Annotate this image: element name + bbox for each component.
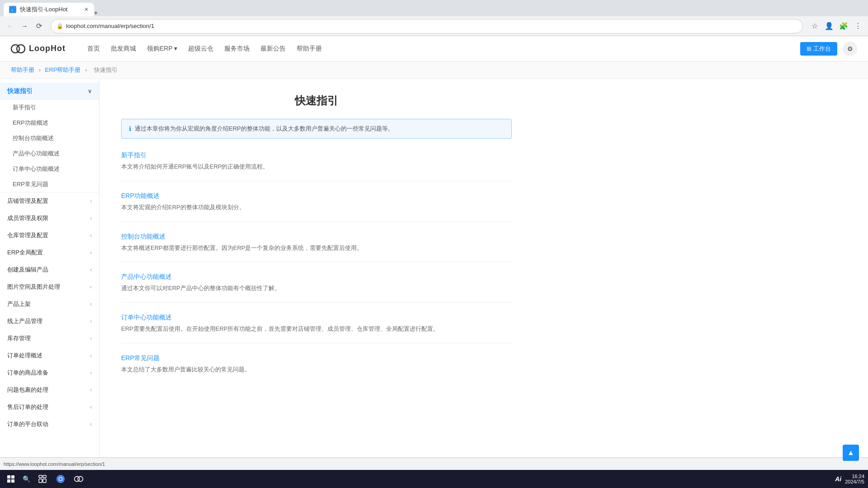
arrow-icon: ‹ [90, 370, 92, 376]
arrow-icon: ‹ [90, 284, 92, 290]
start-button[interactable] [4, 472, 18, 486]
sidebar-item-beginner[interactable]: 新手指引 [0, 100, 99, 115]
section-link-console-overview[interactable]: 控制台功能概述 [121, 233, 512, 241]
taskbar-time: 16:24 [852, 474, 864, 479]
sidebar-category-shop[interactable]: 店铺管理及配置 ‹ [0, 192, 99, 210]
taskbar-date: 2024/7/5 [845, 479, 864, 484]
workbench-button[interactable]: ⊞ 工作台 [800, 42, 837, 56]
nav-help[interactable]: 帮助手册 [297, 45, 322, 53]
forward-button[interactable]: → [18, 20, 31, 33]
arrow-icon: ‹ [90, 267, 92, 273]
extensions-button[interactable]: 🧩 [837, 20, 850, 33]
nav-announcement[interactable]: 最新公告 [260, 45, 286, 53]
section-link-beginner[interactable]: 新手指引 [121, 151, 512, 160]
taskbar-ai-label: Ai [835, 475, 841, 483]
profile-button[interactable]: 👤 [823, 20, 835, 33]
sidebar-item-console-overview[interactable]: 控制台功能概述 [0, 131, 99, 146]
sidebar-category-listing[interactable]: 产品上架 ‹ [0, 296, 99, 313]
section-link-order-overview[interactable]: 订单中心功能概述 [121, 314, 512, 322]
logo[interactable]: LoopHot [11, 44, 66, 53]
taskbar-right-area: Ai 16:24 2024/7/5 [835, 474, 864, 484]
arrow-icon: ‹ [90, 318, 92, 324]
workbench-icon: ⊞ [807, 45, 811, 52]
sidebar-category-warehouse[interactable]: 仓库管理及配置 ‹ [0, 227, 99, 244]
reload-button[interactable]: ⟳ [33, 20, 45, 33]
sidebar-quick-guide-header[interactable]: 快速指引 ∨ [0, 83, 99, 100]
svg-rect-11 [43, 479, 46, 483]
arrow-icon: ‹ [90, 335, 92, 342]
sidebar-category-after-sale[interactable]: 售后订单的处理 ‹ [0, 399, 99, 416]
sidebar-item-faq[interactable]: ERP常见问题 [0, 177, 99, 192]
sidebar-category-online-product[interactable]: 线上产品管理 ‹ [0, 313, 99, 330]
svg-point-3 [17, 45, 25, 53]
section-link-product-overview[interactable]: 产品中心功能概述 [121, 273, 512, 281]
back-to-top-button[interactable]: ▲ [843, 445, 859, 461]
page-title: 快速指引 [121, 94, 512, 108]
section-console-overview: 控制台功能概述 本文将概述ERP都需要进行那些配置。因为ERP是一个复杂的业务系… [121, 233, 512, 263]
url-text: loophot.com/manual/erp/section/1 [66, 23, 154, 29]
settings-button[interactable]: ⚙ [843, 42, 857, 56]
section-beginner: 新手指引 本文将介绍如何开通ERP账号以及ERP的正确使用流程。 [121, 151, 512, 181]
sidebar-sub-items: 新手指引 ERP功能概述 控制台功能概述 产品中心功能概述 订单中心功能概述 E… [0, 100, 99, 192]
arrow-icon: ‹ [90, 249, 92, 256]
sidebar-category-order-goods[interactable]: 订单的商品准备 ‹ [0, 364, 99, 381]
section-desc-order-overview: ERP需要先配置后使用。在开始使用ERP所有功能之前，首先需要对店铺管理、成员管… [121, 324, 512, 334]
tab-title: 快速指引-LoopHot [20, 5, 67, 14]
section-erp-overview: ERP功能概述 本文将宏观的介绍ERP的整体功能及模块划分。 [121, 192, 512, 222]
breadcrumb-help[interactable]: 帮助手册 [11, 66, 34, 73]
sidebar-category-inventory[interactable]: 库存管理 ‹ [0, 330, 99, 347]
info-icon: ℹ [129, 125, 131, 132]
section-link-faq[interactable]: ERP常见问题 [121, 354, 512, 362]
nav-erp[interactable]: 领购ERP ▾ [147, 45, 177, 53]
address-bar[interactable]: 🔒 loophot.com/manual/erp/section/1 [51, 19, 803, 33]
breadcrumb-erp-help[interactable]: ERP帮助手册 [45, 66, 81, 73]
nav-links: 首页 批发商城 领购ERP ▾ 超级云仓 服务市场 最新公告 帮助手册 [87, 45, 786, 53]
tab-close-button[interactable]: ✕ [84, 6, 89, 13]
svg-rect-5 [11, 475, 14, 479]
back-button[interactable]: ← [4, 20, 16, 33]
breadcrumb-current: 快速指引 [94, 66, 118, 73]
nav-cloud[interactable]: 超级云仓 [188, 45, 213, 53]
more-button[interactable]: ⋮ [852, 20, 864, 33]
sidebar-category-create-product[interactable]: 创建及编辑产品 ‹ [0, 261, 99, 278]
sidebar-category-image[interactable]: 图片空间及图片处理 ‹ [0, 278, 99, 296]
arrow-icon: ‹ [90, 352, 92, 359]
sidebar-category-platform-link[interactable]: 订单的平台联动 ‹ [0, 416, 99, 433]
svg-point-17 [78, 476, 83, 481]
section-faq: ERP常见问题 本文总结了大多数用户普遍比较关心的常见问题。 [121, 354, 512, 384]
sidebar-category-order-process[interactable]: 订单处理概述 ‹ [0, 347, 99, 364]
section-product-overview: 产品中心功能概述 通过本文你可以对ERP产品中心的整体功能有个概括性了解。 [121, 273, 512, 303]
section-link-erp-overview[interactable]: ERP功能概述 [121, 192, 512, 200]
sidebar-item-product-overview[interactable]: 产品中心功能概述 [0, 146, 99, 161]
taskbar-search-button[interactable]: 🔍 [20, 473, 33, 485]
section-desc-beginner: 本文将介绍如何开通ERP账号以及ERP的正确使用流程。 [121, 162, 512, 172]
svg-rect-10 [39, 479, 42, 483]
sidebar-category-erp-config[interactable]: ERP全局配置 ‹ [0, 244, 99, 261]
svg-point-15 [59, 478, 62, 480]
sidebar-item-erp-overview[interactable]: ERP功能概述 [0, 115, 99, 131]
sidebar-category-member[interactable]: 成员管理及权限 ‹ [0, 210, 99, 227]
tab-favicon: L [9, 6, 16, 13]
section-desc-product-overview: 通过本文你可以对ERP产品中心的整体功能有个概括性了解。 [121, 284, 512, 293]
sidebar-item-order-overview[interactable]: 订单中心功能概述 [0, 161, 99, 177]
nav-home[interactable]: 首页 [87, 45, 100, 53]
new-tab-button[interactable]: + [94, 9, 98, 16]
taskbar: 🔍 Ai 16:24 2024/7/5 [0, 470, 868, 488]
ssl-icon: 🔒 [57, 23, 63, 29]
bookmark-button[interactable]: ☆ [808, 20, 821, 33]
arrow-icon: ‹ [90, 404, 92, 410]
status-bar: https://www.loophot.com/manual/erp/secti… [0, 457, 868, 470]
chevron-down-icon: ∨ [88, 88, 92, 94]
section-desc-console-overview: 本文将概述ERP都需要进行那些配置。因为ERP是一个复杂的业务系统，需要先配置后… [121, 244, 512, 253]
arrow-icon: ‹ [90, 301, 92, 307]
nav-actions: ⊞ 工作台 ⚙ [800, 42, 857, 56]
nav-market[interactable]: 服务市场 [224, 45, 250, 53]
nav-wholesale[interactable]: 批发商城 [111, 45, 136, 53]
sidebar-quick-guide-label: 快速指引 [7, 87, 33, 95]
taskbar-loophot-app[interactable] [71, 471, 87, 487]
active-tab[interactable]: L 快速指引-LoopHot ✕ [4, 3, 94, 16]
taskbar-chrome-app[interactable] [52, 471, 69, 487]
content-area: 快速指引 ℹ 通过本章你将为你从宏观的角度介绍ERP的整体功能，以及大多数用户普… [99, 79, 533, 457]
taskbar-task-view[interactable] [34, 471, 51, 487]
sidebar-category-problem-package[interactable]: 问题包裹的处理 ‹ [0, 381, 99, 399]
